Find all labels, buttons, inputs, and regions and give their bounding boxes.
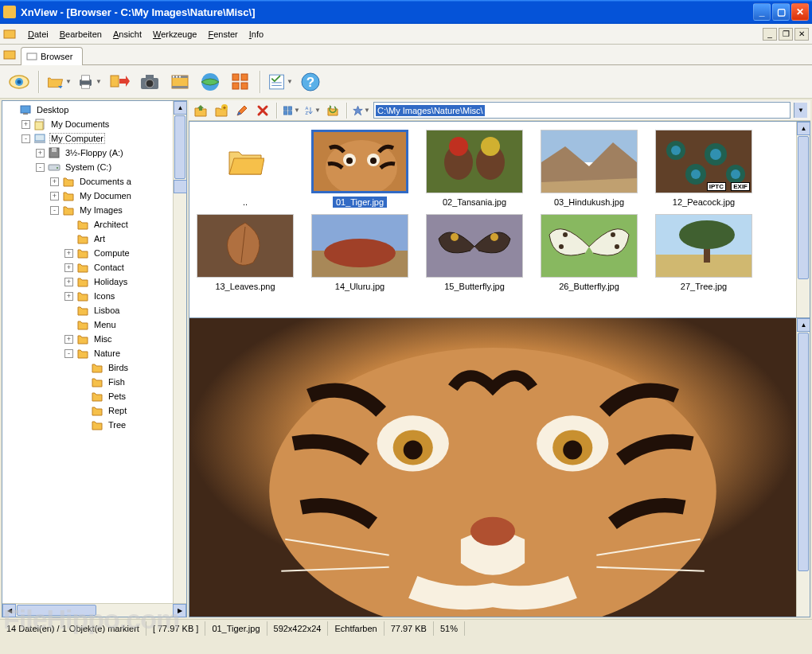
grid-button[interactable] [228,69,253,95]
tree-node[interactable]: Tree [4,418,171,432]
view-mode-button[interactable]: ▼ [283,102,300,119]
svg-point-67 [731,169,740,179]
badge-iptc: IPTC [707,182,726,191]
mdi-restore-button[interactable]: ❐ [779,28,793,41]
menu-ansicht[interactable]: Ansicht [107,27,147,41]
tree-node[interactable]: +Contact [4,260,171,274]
address-text: C:\My Images\Nature\Misc\ [376,105,485,116]
svg-rect-0 [4,30,15,38]
tree-node[interactable]: Menu [4,317,171,332]
tree-label: Contact [92,262,126,273]
tree-node[interactable]: +Compute [4,246,171,260]
status-filename: 01_Tiger.jpg [205,621,267,636]
menu-datei[interactable]: Datei [22,27,54,41]
menu-fenster[interactable]: Fenster [202,27,243,41]
address-bar[interactable]: C:\My Images\Nature\Misc\ [373,102,791,119]
menu-bearbeiten[interactable]: Bearbeiten [54,27,107,41]
tree-node[interactable]: +Misc [4,332,171,346]
tree-node[interactable]: -System (C:) [4,160,171,174]
tree-node[interactable]: Desktop [4,103,171,117]
svg-rect-30 [23,113,28,115]
thumb-vscrollbar[interactable]: ▲ [796,122,810,317]
svg-rect-22 [232,83,239,89]
tree-expand-icon[interactable]: + [36,149,45,158]
tree-node[interactable]: +My Documents [4,117,171,131]
capture-button[interactable] [137,69,162,95]
tree-expand-icon[interactable]: - [36,163,45,172]
options-button[interactable]: ▼ [267,69,293,95]
minimize-button[interactable]: _ [753,3,771,21]
tree-node[interactable]: Fish [4,375,171,389]
tree-hscrollbar[interactable]: ◀ ▶ [2,603,186,617]
tree-label: Menu [92,319,118,330]
tree-expand-icon[interactable]: - [64,349,73,358]
view-button[interactable] [6,69,32,95]
svg-text:Z: Z [305,110,308,115]
tree-node[interactable]: Architect [4,217,171,232]
web-button[interactable] [197,69,223,95]
tree-node[interactable]: +Holidays [4,274,171,289]
help-button[interactable]: ? [298,69,323,95]
new-folder-button[interactable]: ✦ [213,102,230,119]
tree-node[interactable]: Rept [4,403,171,418]
close-button[interactable]: ✕ [791,3,809,21]
thumbnail-item[interactable]: 02_Tansania.jpg [424,130,525,208]
tree-label: Rept [107,405,128,416]
svg-rect-32 [35,122,43,130]
svg-rect-24 [270,75,284,89]
tree-node[interactable]: +My Documen [4,189,171,203]
menu-info[interactable]: Info [244,27,269,41]
tree-node[interactable]: -Nature [4,346,171,360]
open-button[interactable]: ▼ [46,69,72,95]
thumbnail-item[interactable]: 13_Leaves.png [194,214,296,292]
tree-vscrollbar[interactable]: ▲ [173,101,186,603]
tree-node[interactable]: +Icons [4,289,171,303]
tree-expand-icon[interactable]: - [50,206,59,215]
tree-label: Lisboa [92,305,121,316]
edit-button[interactable] [233,102,251,119]
tree-node[interactable]: Pets [4,389,171,403]
tree-expand-icon[interactable]: + [64,263,73,272]
delete-button[interactable] [254,102,271,119]
convert-button[interactable] [107,69,132,95]
svg-rect-53 [427,130,522,193]
tree-expand-icon[interactable]: + [50,177,59,186]
mdi-close-button[interactable]: ✕ [794,28,809,41]
tree-expand-icon[interactable]: + [50,192,59,200]
maximize-button[interactable]: ▢ [772,3,790,21]
tree-node[interactable]: -My Images [4,203,171,217]
slideshow-button[interactable] [167,69,193,95]
thumbnail-item[interactable]: 26_Butterfly.jpg [538,214,640,292]
thumbnail-item[interactable]: EXIFIPTC12_Peacock.jpg [653,130,755,208]
preview-vscrollbar[interactable]: ▲ [796,318,810,617]
sort-button[interactable]: AZ▼ [303,102,321,119]
tree-node[interactable]: -My Computer [4,131,171,146]
refresh-button[interactable] [324,102,342,119]
svg-point-78 [559,244,564,249]
mdi-minimize-button[interactable]: _ [763,28,777,41]
tree-expand-icon[interactable]: + [64,292,73,301]
menu-werkzeuge[interactable]: Werkzeuge [147,27,202,41]
thumbnail-item[interactable]: 27_Tree.jpg [653,214,755,292]
tree-node[interactable]: Lisboa [4,303,171,317]
thumbnail-item[interactable]: 14_Uluru.jpg [309,214,411,292]
tree-node[interactable]: +3½-Floppy (A:) [4,146,171,160]
svg-rect-8 [82,84,90,88]
thumbnail-item[interactable]: 03_Hindukush.jpg [538,130,640,208]
tree-node[interactable]: Birds [4,360,171,375]
thumbnail-item[interactable]: 15_Butterfly.jpg [424,214,525,292]
tree-expand-icon[interactable]: - [21,134,30,143]
tab-browser[interactable]: Browser [21,47,83,65]
tree-expand-icon[interactable]: + [64,249,73,258]
tree-expand-icon[interactable]: + [64,335,73,344]
folder-up-button[interactable] [192,102,209,119]
thumbnail-item[interactable]: .. [194,130,296,208]
thumbnail-item[interactable]: 01_Tiger.jpg [309,130,411,208]
tree-node[interactable]: Art [4,232,171,246]
tree-expand-icon[interactable]: + [21,120,30,129]
print-button[interactable]: ▼ [76,69,102,95]
tree-expand-icon[interactable]: + [64,278,73,286]
address-dropdown-button[interactable]: ▼ [794,103,807,118]
favorites-button[interactable]: ▼ [353,102,370,119]
tree-node[interactable]: +Documents a [4,174,171,189]
